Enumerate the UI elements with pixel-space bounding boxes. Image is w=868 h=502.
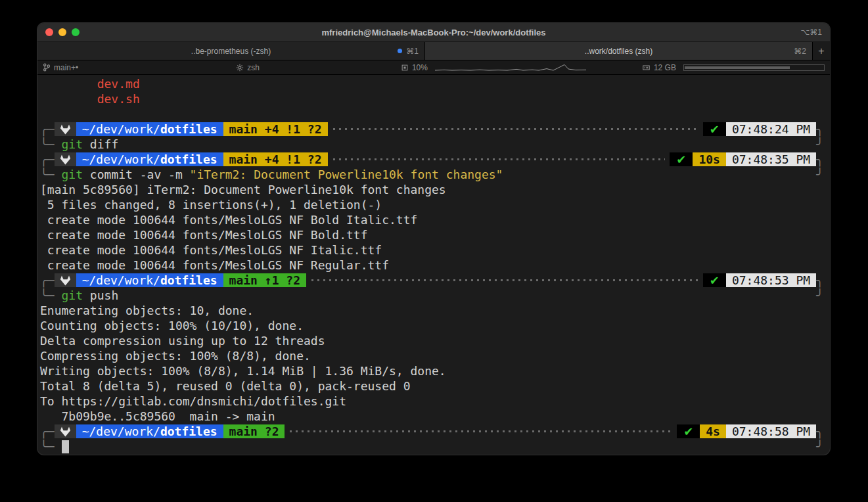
shell-icon <box>236 64 244 72</box>
terminal-line: ╭─~/dev/work/dotfilesmain +4 !1 ?2✔10s07… <box>40 152 823 167</box>
terminal-line: Enumerating objects: 10, done. <box>40 303 823 318</box>
gitlab-icon <box>55 424 76 438</box>
prompt-dir-segment: ~/dev/work/dotfiles <box>76 273 223 287</box>
duration-badge: 4s <box>700 424 726 438</box>
terminal-line: Counting objects: 100% (10/10), done. <box>40 318 823 333</box>
text-span: create mode 100644 fonts/MesloLGS NF Bol… <box>40 213 417 227</box>
terminal-line: [main 5c89560] iTerm2: Document Powerlin… <box>40 182 823 197</box>
line-text: Enumerating objects: 10, done. <box>40 304 254 317</box>
terminal[interactable]: dev.md dev.sh╭─~/dev/work/dotfilesmain +… <box>37 74 830 455</box>
prompt-frame-right: ╯ <box>816 137 823 152</box>
line-text: Delta compression using up to 12 threads <box>40 334 325 348</box>
exit-status-check: ✔ <box>703 122 726 136</box>
prompt-frame-left: ╭─ <box>40 273 55 288</box>
text-span: diff <box>83 137 118 151</box>
text-span: commit -av -m <box>83 168 190 181</box>
prompt-dir-segment: ~/dev/work/dotfiles <box>76 152 223 166</box>
tab-activity-dot <box>398 49 402 53</box>
close-button[interactable] <box>45 28 53 36</box>
new-tab-button[interactable]: + <box>812 42 830 60</box>
line-text: create mode 100644 fonts/MesloLGS NF Bol… <box>40 213 417 227</box>
text-span: create mode 100644 fonts/MesloLGS NF Bol… <box>40 228 368 242</box>
line-text: 5 files changed, 8 insertions(+), 1 dele… <box>40 198 382 212</box>
dir-name: dotfiles <box>160 273 217 287</box>
line-text: create mode 100644 fonts/MesloLGS NF Reg… <box>40 258 389 272</box>
line-text: create mode 100644 fonts/MesloLGS NF Bol… <box>40 228 368 242</box>
ram-usage-fill <box>685 66 790 69</box>
tab-label: ..work/dotfiles (zsh) <box>585 47 652 56</box>
status-bar: main+• zsh 10% 12 GB <box>37 60 830 75</box>
line-text: To https://gitlab.com/dnsmichi/dotfiles.… <box>40 394 346 408</box>
cpu-icon <box>401 64 409 72</box>
time-badge: 07:48:58 PM <box>726 424 816 438</box>
traffic-lights <box>45 28 80 36</box>
gitlab-icon <box>55 152 76 166</box>
text-span: To https://gitlab.com/dnsmichi/dotfiles.… <box>40 394 346 408</box>
prompt-frame-right: ╯ <box>816 288 823 303</box>
cpu-sparkline <box>435 63 586 72</box>
exit-status-check: ✔ <box>670 152 693 166</box>
text-span: dev.md <box>40 77 140 91</box>
time-badge: 07:48:53 PM <box>726 273 816 287</box>
statusbar-git-component: main+• <box>43 63 78 72</box>
text-span: Total 8 (delta 5), reused 0 (delta 0), p… <box>40 379 411 393</box>
dir-name: dotfiles <box>160 152 217 166</box>
text-span: git <box>62 288 83 302</box>
text-span: Enumerating objects: 10, done. <box>40 304 254 317</box>
dir-name: dotfiles <box>160 122 217 136</box>
git-status-segment: main ?2 <box>223 424 285 438</box>
git-status-segment: main ↑1 ?2 <box>223 273 306 287</box>
statusbar-cpu-component: 10% <box>401 63 586 72</box>
line-text: 7b09b9e..5c89560 main -> main <box>40 409 275 423</box>
terminal-line: create mode 100644 fonts/MesloLGS NF Reg… <box>40 258 823 273</box>
prompt-frame-right: ╮ <box>816 152 823 167</box>
text-span: 5 files changed, 8 insertions(+), 1 dele… <box>40 198 382 212</box>
zoom-button[interactable] <box>72 28 80 36</box>
prompt-frame-left: ╭─ <box>40 152 55 167</box>
tab-dotfiles[interactable]: ..work/dotfiles (zsh) ⌘2 <box>425 42 812 60</box>
dotted-leader <box>311 279 698 282</box>
text-span: 7b09b9e..5c89560 main -> main <box>40 409 275 423</box>
text-span: Writing objects: 100% (8/8), 1.14 MiB | … <box>40 364 446 378</box>
terminal-line: 5 files changed, 8 insertions(+), 1 dele… <box>40 197 823 212</box>
terminal-line: To https://gitlab.com/dnsmichi/dotfiles.… <box>40 394 823 409</box>
line-text: git diff <box>62 137 119 152</box>
text-span: create mode 100644 fonts/MesloLGS NF Reg… <box>40 258 389 272</box>
window-shortcut: ⌥⌘1 <box>800 28 822 37</box>
cpu-percent-label: 10% <box>412 63 428 72</box>
prompt-dir-segment: ~/dev/work/dotfiles <box>76 424 223 438</box>
line-text: Compressing objects: 100% (8/8), done. <box>40 349 311 363</box>
line-text: Counting objects: 100% (10/10), done. <box>40 319 304 332</box>
prompt-frame-left: ╰─ <box>40 137 62 152</box>
terminal-line: dev.md <box>40 76 823 91</box>
git-branch-label: main+• <box>54 63 78 72</box>
line-text: Total 8 (delta 5), reused 0 (delta 0), p… <box>40 379 411 393</box>
line-text: git commit -av -m "iTerm2: Document Powe… <box>62 167 503 182</box>
prompt-frame-right: ╮ <box>816 273 823 288</box>
terminal-line: ╭─~/dev/work/dotfilesmain ?2✔4s07:48:58 … <box>40 424 823 439</box>
line-text: git push <box>62 288 119 303</box>
terminal-cursor <box>62 440 69 453</box>
time-badge: 07:48:35 PM <box>726 152 816 166</box>
git-status-segment: main +4 !1 ?2 <box>223 152 328 166</box>
titlebar[interactable]: mfriedrich@Michaels-MacBook-Pro:~/dev/wo… <box>37 23 830 42</box>
terminal-line: ╭─~/dev/work/dotfilesmain ↑1 ?2✔07:48:53… <box>40 273 823 288</box>
iterm2-window: mfriedrich@Michaels-MacBook-Pro:~/dev/wo… <box>37 23 830 455</box>
tab-shortcut: ⌘2 <box>794 47 806 56</box>
text-span: create mode 100644 fonts/MesloLGS NF Ita… <box>40 243 382 257</box>
text-span: Compressing objects: 100% (8/8), done. <box>40 349 311 363</box>
terminal-line: Writing objects: 100% (8/8), 1.14 MiB | … <box>40 363 823 378</box>
text-span: dev.sh <box>40 92 140 106</box>
terminal-line: 7b09b9e..5c89560 main -> main <box>40 409 823 424</box>
prompt-frame-left: ╭─ <box>40 424 55 439</box>
terminal-line: ╰─ git diff╯ <box>40 137 823 152</box>
prompt-frame-right: ╯ <box>816 167 823 182</box>
window-title: mfriedrich@Michaels-MacBook-Pro:~/dev/wo… <box>37 28 830 37</box>
ram-label: 12 GB <box>654 63 676 72</box>
dir-name: dotfiles <box>160 424 217 438</box>
tab-be-prometheus[interactable]: ..be-prometheus (-zsh) ⌘1 <box>37 42 425 60</box>
dotted-leader <box>332 127 698 131</box>
minimize-button[interactable] <box>58 28 66 36</box>
prompt-dir-segment: ~/dev/work/dotfiles <box>76 122 223 136</box>
time-badge: 07:48:24 PM <box>726 122 816 136</box>
